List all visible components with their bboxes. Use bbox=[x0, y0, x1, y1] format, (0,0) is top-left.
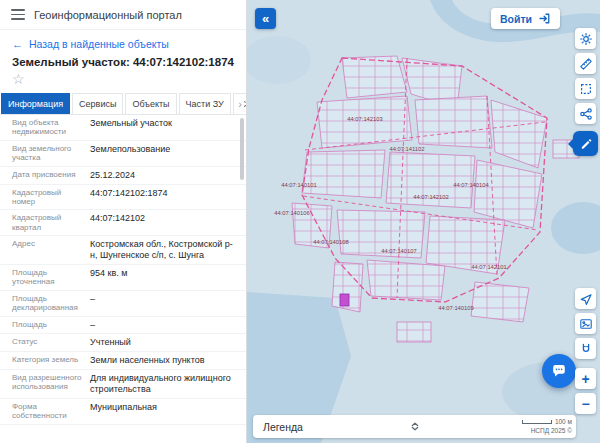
geoportal-app: Геоинформационный портал ← Назад в найде… bbox=[0, 0, 600, 443]
row-value: Для индивидуального жилищного строительс… bbox=[90, 373, 236, 395]
table-row: Площадь – bbox=[0, 317, 246, 335]
favorite-star-icon[interactable]: ☆ bbox=[0, 70, 36, 89]
info-panel: Геоинформационный портал ← Назад в найде… bbox=[0, 0, 247, 443]
quarter-label: 44:07:141102 bbox=[389, 146, 424, 152]
table-row: Форма собственности Муниципальная bbox=[0, 399, 246, 425]
row-label: Статус bbox=[12, 337, 90, 348]
quarter-label: 44:07:140104 bbox=[453, 182, 489, 188]
ruler-icon bbox=[579, 57, 593, 71]
share-button[interactable] bbox=[575, 103, 596, 124]
gear-icon bbox=[579, 32, 593, 46]
table-row: Категория земель Земли населенных пункто… bbox=[0, 352, 246, 370]
app-header: Геоинформационный портал bbox=[0, 0, 246, 30]
minus-icon: − bbox=[581, 396, 589, 412]
quarter-label: 44:07:142103 bbox=[347, 116, 382, 122]
row-value: Муниципальная bbox=[90, 402, 236, 421]
tabs-bar: Информация Сервисы Объекты Части ЗУ Сост… bbox=[0, 89, 246, 115]
quarter-label: 44:07:140101 bbox=[281, 182, 316, 188]
row-value: 44:07:142102:1874 bbox=[90, 188, 236, 207]
quarter-label: 44:07:142101 bbox=[471, 264, 506, 270]
row-label: Площадь уточненная bbox=[12, 268, 90, 287]
tab-objects[interactable]: Объекты bbox=[125, 93, 176, 114]
back-link[interactable]: ← Назад в найденные объекты bbox=[0, 30, 246, 53]
row-label: Адрес bbox=[12, 239, 90, 261]
row-label: Вид разрешенного использования bbox=[12, 373, 90, 395]
collapse-icon: « bbox=[262, 11, 269, 26]
row-value: Земельный участок bbox=[90, 118, 236, 137]
row-value: Земли населенных пунктов bbox=[90, 355, 236, 366]
quarter-label: 44:07:140106 bbox=[274, 210, 309, 216]
plus-icon: + bbox=[581, 371, 589, 387]
chat-icon bbox=[550, 362, 568, 380]
feedback-chat-button[interactable] bbox=[542, 354, 576, 388]
row-label: Кадастровый квартал bbox=[12, 213, 90, 232]
row-label: Форма собственности bbox=[12, 402, 90, 421]
scale-bar: 100 м bbox=[522, 417, 572, 427]
scale-label: 100 м bbox=[555, 418, 572, 425]
row-label: Вид земельного участка bbox=[12, 144, 90, 163]
table-row: Статус Учтенный bbox=[0, 334, 246, 352]
map-view: 44:07:142103 44:07:141102 44:07:140101 4… bbox=[247, 0, 600, 443]
share-icon bbox=[579, 107, 593, 121]
measure-button[interactable] bbox=[575, 53, 596, 74]
table-row: Кадастровый квартал 44:07:142102 bbox=[0, 210, 246, 236]
table-row: Вид разрешенного использования Для индив… bbox=[0, 370, 246, 399]
quarter-label: 44:07:140107 bbox=[381, 248, 416, 254]
row-value: Землепользование bbox=[90, 144, 236, 163]
table-row: Площадь уточненная 954 кв. м bbox=[0, 265, 246, 291]
table-row: Вид земельного участка Землепользование bbox=[0, 141, 246, 167]
login-arrow-icon bbox=[538, 12, 551, 25]
login-button[interactable]: Войти bbox=[491, 8, 560, 29]
basemap-button[interactable] bbox=[575, 313, 596, 334]
settings-button[interactable] bbox=[575, 28, 596, 49]
info-table: Вид объекта недвижимости Земельный участ… bbox=[0, 115, 246, 425]
table-row: Адрес Костромская обл., Костромской р-н,… bbox=[0, 236, 246, 265]
panel-scrollbar[interactable] bbox=[240, 118, 244, 180]
legend-label: Легенда bbox=[263, 421, 303, 433]
legend-expand-icon[interactable] bbox=[408, 420, 421, 433]
tab-information[interactable]: Информация bbox=[1, 93, 70, 114]
select-region-button[interactable] bbox=[575, 78, 596, 99]
scale-line bbox=[522, 420, 552, 424]
zoom-out-button[interactable]: − bbox=[575, 393, 596, 414]
draw-tool-button[interactable] bbox=[573, 131, 598, 156]
row-value: – bbox=[90, 320, 236, 331]
locate-button[interactable] bbox=[575, 288, 596, 309]
row-value: Учтенный bbox=[90, 337, 236, 348]
row-value: – bbox=[90, 294, 236, 313]
quarter-label: 44:07:140108 bbox=[313, 239, 348, 245]
tab-services[interactable]: Сервисы bbox=[72, 93, 123, 114]
table-row: Кадастровый номер 44:07:142102:1874 bbox=[0, 185, 246, 211]
row-label: Площадь bbox=[12, 320, 90, 331]
selected-parcel[interactable] bbox=[340, 294, 349, 306]
row-label: Площадь декларированная bbox=[12, 294, 90, 313]
snap-button[interactable] bbox=[575, 338, 596, 359]
table-row: Площадь декларированная – bbox=[0, 291, 246, 317]
row-value: 954 кв. м bbox=[90, 268, 236, 287]
select-region-icon bbox=[579, 82, 593, 96]
location-arrow-icon bbox=[579, 292, 593, 306]
login-label: Войти bbox=[500, 13, 532, 25]
back-link-label: Назад в найденные объекты bbox=[29, 38, 169, 50]
row-label: Категория земель bbox=[12, 355, 90, 366]
row-value: Костромская обл., Костромской р-н, Шунге… bbox=[90, 239, 236, 261]
image-icon bbox=[579, 317, 593, 331]
page-title: Земельный участок: 44:07:142102:1874 bbox=[0, 53, 246, 70]
magnet-icon bbox=[579, 342, 593, 356]
row-label: Кадастровый номер bbox=[12, 188, 90, 207]
row-label: Вид объекта недвижимости bbox=[12, 118, 90, 137]
app-title: Геоинформационный портал bbox=[34, 9, 182, 21]
row-value: 25.12.2024 bbox=[90, 170, 236, 181]
row-value: 44:07:142102 bbox=[90, 213, 236, 232]
draw-icon bbox=[579, 137, 593, 151]
zoom-in-button[interactable]: + bbox=[575, 368, 596, 389]
tab-parcel-parts[interactable]: Части ЗУ bbox=[179, 93, 231, 114]
table-row: Дата присвоения 25.12.2024 bbox=[0, 167, 246, 185]
menu-icon[interactable] bbox=[11, 9, 25, 20]
tabs-scroll-right-icon[interactable]: › bbox=[236, 98, 244, 110]
map-attribution: 100 м НСПД 2025 © bbox=[522, 417, 572, 437]
back-arrow-icon: ← bbox=[12, 39, 23, 50]
collapse-panel-button[interactable]: « bbox=[255, 8, 276, 29]
attribution-text: НСПД 2025 © bbox=[522, 426, 572, 436]
quarter-label: 44:07:142102 bbox=[413, 194, 448, 200]
